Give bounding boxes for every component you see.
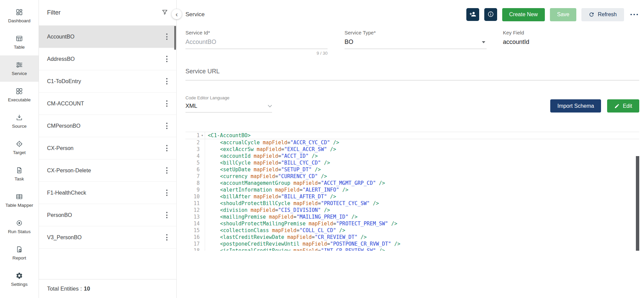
sidebar-item-task[interactable]: Task <box>0 161 39 187</box>
entity-menu-button[interactable] <box>163 120 171 132</box>
entity-menu-button[interactable] <box>163 142 171 154</box>
refresh-button[interactable]: Refresh <box>581 8 624 21</box>
line-number-gutter: 3 <box>185 146 205 153</box>
settings-icon <box>16 272 23 280</box>
entity-item-cx-person[interactable]: CX-Person <box>39 137 176 159</box>
code-line-content: <C1-AccountBO> <box>205 132 250 139</box>
key-field-input[interactable]: accountId <box>503 39 639 49</box>
code-line-15: 15 <collectionClass mapField="COLL_CL_CD… <box>185 227 639 234</box>
line-number-gutter: 7 <box>185 173 205 180</box>
entity-menu-button[interactable] <box>163 209 171 221</box>
entity-name: V3_PersonBO <box>47 234 82 241</box>
code-editor-language-select[interactable]: XML <box>185 103 272 113</box>
info-icon <box>487 11 494 19</box>
kebab-icon <box>166 145 168 146</box>
entity-total-count: 10 <box>84 285 90 292</box>
sidebar-item-report[interactable]: Report <box>0 240 39 266</box>
sidebar-item-label: Table <box>14 45 25 50</box>
entity-total-label: Total Entities : <box>47 285 82 292</box>
fold-arrow-icon[interactable]: ▾ <box>200 132 205 139</box>
fold-spacer <box>200 234 205 241</box>
entity-menu-button[interactable] <box>163 231 171 243</box>
line-number-gutter: 4 <box>185 153 205 159</box>
assign-user-button[interactable] <box>466 8 479 21</box>
entity-name: AddressBO <box>47 56 75 62</box>
key-field-label: Key Field <box>503 30 639 35</box>
fold-spacer <box>200 207 205 214</box>
code-line-content: <isInternalCreditReview mapField="INT_CR… <box>205 247 385 251</box>
code-line-content: <billCycle mapField="BILL_CYC_CD" /> <box>205 159 330 166</box>
form-row-3: Code Editor Language XML Import Schema <box>185 95 639 113</box>
service-id-label: Service Id* <box>185 30 328 35</box>
fold-spacer <box>200 193 205 200</box>
entity-item-cx-person-delete[interactable]: CX-Person-Delete <box>39 159 176 182</box>
import-schema-button[interactable]: Import Schema <box>550 99 601 113</box>
sidebar-item-target[interactable]: Target <box>0 134 39 161</box>
code-line-content: <setUpDate mapField="SETUP_DT" /> <box>205 166 321 173</box>
table-icon <box>16 35 23 43</box>
entity-name: CX-Person-Delete <box>47 168 91 174</box>
entity-item-addressbo[interactable]: AddressBO <box>39 48 176 70</box>
entity-list-scrollbar[interactable] <box>174 26 176 50</box>
more-options-button[interactable] <box>629 11 640 18</box>
kebab-icon <box>166 56 168 57</box>
code-line-content: <exclAccrSw mapField="EXCL_ACCR_SW" /> <box>205 146 336 153</box>
sidebar-item-dashboard[interactable]: Dashboard <box>0 3 39 29</box>
sidebar-item-label: Report <box>13 256 26 261</box>
code-editor-language-label: Code Editor Language <box>185 95 272 100</box>
entity-name: F1-HealthCheck <box>47 190 86 196</box>
sidebar-item-run-status[interactable]: Run Status <box>0 214 39 240</box>
service-url-input[interactable] <box>185 80 639 80</box>
filter-label: Filter <box>47 9 61 16</box>
service-icon <box>16 61 23 69</box>
line-number-gutter: 5 <box>185 159 205 166</box>
line-number-gutter: 17 <box>185 241 205 247</box>
entity-name: PersonBO <box>47 212 72 218</box>
filter-button[interactable] <box>161 9 168 17</box>
code-line-content: <division mapField="CIS_DIVISION" /> <box>205 207 330 214</box>
fold-spacer <box>200 200 205 207</box>
entity-item-cm-account[interactable]: CM-ACCOUNT <box>39 93 176 115</box>
app-root: DashboardTableServiceExecutableSourceTar… <box>0 0 644 298</box>
entity-item-accountbo[interactable]: AccountBO <box>39 26 176 48</box>
line-number-gutter: 6 <box>185 166 205 173</box>
refresh-button-label: Refresh <box>598 11 617 18</box>
sidebar-item-label: Dashboard <box>8 19 30 24</box>
line-number-gutter: 10 <box>185 193 205 200</box>
sidebar-item-service[interactable]: Service <box>0 55 39 82</box>
entity-menu-button[interactable] <box>163 98 171 109</box>
info-button[interactable] <box>484 8 497 21</box>
sidebar-item-executable[interactable]: Executable <box>0 82 39 108</box>
create-new-button[interactable]: Create New <box>502 8 545 21</box>
entity-item-personbo[interactable]: PersonBO <box>39 204 176 226</box>
service-type-select[interactable]: BO <box>345 39 487 49</box>
service-id-input[interactable]: AccountBO <box>185 39 328 49</box>
code-line-18: 18 <isInternalCreditReview mapField="INT… <box>185 247 639 251</box>
entity-item-cmpersonbo[interactable]: CMPersonBO <box>39 115 176 137</box>
sidebar-item-table-mapper[interactable]: Table Mapper <box>0 187 39 214</box>
page-title: Service <box>185 11 205 18</box>
sidebar-item-table[interactable]: Table <box>0 29 39 55</box>
code-editor[interactable]: 1▾<C1-AccountBO>2 <accrualCycle mapField… <box>185 132 639 251</box>
entity-item-f1-healthcheck[interactable]: F1-HealthCheck <box>39 182 176 204</box>
line-number-gutter: 12 <box>185 207 205 214</box>
entity-item-v3-personbo[interactable]: V3_PersonBO <box>39 226 176 249</box>
fold-spacer <box>200 139 205 146</box>
kebab-icon <box>166 167 168 169</box>
edit-button[interactable]: Edit <box>607 99 639 113</box>
entity-menu-button[interactable] <box>163 53 171 65</box>
service-url-field: Service URL <box>185 68 639 80</box>
service-type-field: Service Type* BO <box>345 30 487 56</box>
chevron-left-icon: ‹ <box>176 10 178 18</box>
entity-panel-header: Filter <box>39 0 176 26</box>
entity-menu-button[interactable] <box>163 75 171 87</box>
sidebar-item-source[interactable]: Source <box>0 108 39 134</box>
entity-menu-button[interactable] <box>163 187 171 199</box>
sidebar-item-settings[interactable]: Settings <box>0 266 39 293</box>
code-editor-scrollbar[interactable] <box>636 156 639 251</box>
collapse-panel-button[interactable]: ‹ <box>172 9 182 19</box>
entity-item-c1-todoentry[interactable]: C1-ToDoEntry <box>39 70 176 93</box>
entity-menu-button[interactable] <box>163 31 171 43</box>
save-button[interactable]: Save <box>550 8 576 21</box>
entity-menu-button[interactable] <box>163 165 171 176</box>
